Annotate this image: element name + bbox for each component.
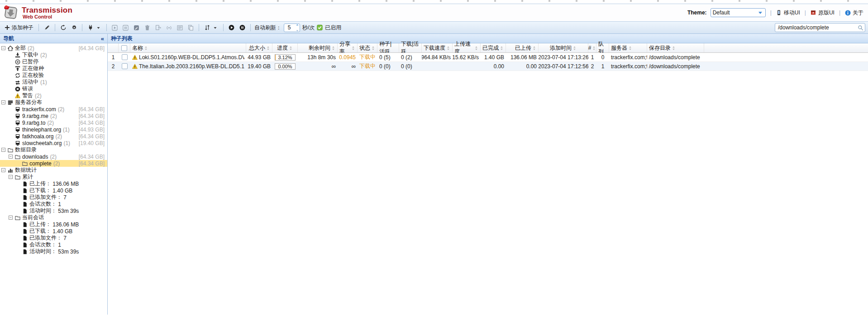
tree-item-9-rarbg-to[interactable]: 9.rarbg.to(2)[64.34 GB] xyxy=(0,119,107,126)
tree-item-all[interactable]: −全部(2)[64.34 GB] xyxy=(0,45,107,52)
column-label: 总大小 xyxy=(249,44,265,52)
expander-icon[interactable]: − xyxy=(1,100,5,104)
start-all-button[interactable] xyxy=(227,24,236,32)
expander-icon[interactable]: − xyxy=(9,175,13,179)
expander-icon[interactable]: − xyxy=(9,216,13,220)
row-checkbox[interactable] xyxy=(122,63,128,69)
detail-button[interactable] xyxy=(176,24,184,32)
add-torrent-button[interactable]: 添加种子 xyxy=(3,23,35,33)
quick-add-button[interactable] xyxy=(43,24,51,32)
tracker-icon xyxy=(14,113,20,119)
sort-arrows-icon xyxy=(351,46,355,50)
column-header-done[interactable]: 已完成 xyxy=(481,43,506,52)
select-all-checkbox[interactable] xyxy=(121,45,127,51)
recheck-button[interactable] xyxy=(154,24,162,32)
tracker-icon xyxy=(14,133,20,139)
edit-button[interactable] xyxy=(132,24,141,32)
torrent-row[interactable]: 1Loki.S01.2160p.WEB-DL.DDP5.1.Atmos.DV.x… xyxy=(108,53,868,62)
tree-item-current-session[interactable]: −当前会话 xyxy=(0,214,107,221)
column-header-dir[interactable]: 保存目录 xyxy=(647,43,704,52)
tree-item-warning[interactable]: 警告(2) xyxy=(0,92,107,99)
tree-item-stats[interactable]: −数据统计 xyxy=(0,167,107,174)
spin-up-icon[interactable] xyxy=(294,22,300,28)
tree-item-seeding[interactable]: 正在做种 xyxy=(0,65,107,72)
search-icon[interactable] xyxy=(858,25,863,31)
tree-item-cumulative[interactable]: −累计 xyxy=(0,174,107,180)
tree-item-cur-files-added[interactable]: 已添加文件： 7 xyxy=(0,235,107,241)
expander-icon[interactable]: − xyxy=(1,46,5,50)
tree-item-cum-downloaded[interactable]: 已下载： 1.40 GB xyxy=(0,187,107,194)
column-header-num xyxy=(108,43,119,52)
search-input[interactable] xyxy=(775,23,865,32)
tree-item-active[interactable]: 活动中(1) xyxy=(0,79,107,85)
tree-item-cur-active-time[interactable]: 活动时间： 53m 39s xyxy=(0,248,107,255)
tree-item-cur-downloaded[interactable]: 已下载： 1.40 GB xyxy=(0,228,107,235)
separator: | xyxy=(838,9,841,16)
refresh-interval-input[interactable]: 5 xyxy=(284,24,300,32)
column-header-ul_speed[interactable]: 上传速度 xyxy=(453,43,481,52)
column-header-progress[interactable]: 进度 xyxy=(272,43,298,52)
plugin-menu-button[interactable] xyxy=(86,24,103,32)
column-header-id[interactable]: # xyxy=(588,43,596,52)
column-header-size[interactable]: 总大小 xyxy=(246,43,272,52)
folder-icon xyxy=(14,154,20,160)
enabled-checkbox[interactable] xyxy=(317,25,323,31)
tree-item-cum-files-added[interactable]: 已添加文件： 7 xyxy=(0,194,107,201)
tree-item-thinelephant-org[interactable]: thinelephant.org(1)[44.93 GB] xyxy=(0,126,107,133)
expander-icon[interactable]: − xyxy=(1,148,5,152)
tree-item-cur-sessions[interactable]: 会话次数： 1 xyxy=(0,241,107,248)
sort-arrows-icon xyxy=(331,46,335,50)
tree-item-fatkhoala-org[interactable]: fatkhoala.org(2)[64.34 GB] xyxy=(0,133,107,140)
cell-ratio: ∞ xyxy=(338,62,358,71)
column-header-uploaded[interactable]: 已上传 xyxy=(506,43,539,52)
tree-item-downloads[interactable]: −downloads(2)[64.34 GB] xyxy=(0,153,107,160)
delete-button[interactable] xyxy=(143,24,152,32)
tree-item-paused[interactable]: 已暂停 xyxy=(0,58,107,65)
tree-item-servers[interactable]: −服务器分布 xyxy=(0,99,107,106)
sort-menu-button[interactable] xyxy=(203,24,219,32)
announce-button[interactable] xyxy=(165,24,173,32)
column-header-dl_speed[interactable]: 下载速度 xyxy=(422,43,453,52)
mobile-ui-button[interactable]: 移动UI xyxy=(776,9,800,17)
tree-item-cum-sessions[interactable]: 会话次数： 1 xyxy=(0,201,107,207)
collapse-sidebar-button[interactable]: « xyxy=(101,35,104,42)
tree-item-complete[interactable]: complete(2)[64.34 GB] xyxy=(0,160,107,167)
theme-select[interactable]: Default xyxy=(711,8,766,17)
tree-item-count: (2) xyxy=(40,52,47,58)
tree-item-cum-active-time[interactable]: 活动时间： 53m 39s xyxy=(0,207,107,214)
column-header-status[interactable]: 状态 xyxy=(358,43,377,52)
column-header-added[interactable]: 添加时间 xyxy=(539,43,588,52)
column-header-ratio[interactable]: 分享率 xyxy=(338,43,358,52)
tree-item-value: 53m 39s xyxy=(57,208,79,214)
start-button[interactable] xyxy=(110,24,119,32)
tree-item-data-dir[interactable]: −数据目录 xyxy=(0,146,107,153)
tree-item-cum-uploaded[interactable]: 已上传： 136.06 MB xyxy=(0,180,107,187)
settings-button[interactable] xyxy=(70,24,78,32)
column-header-eta[interactable]: 剩余时间 xyxy=(298,43,338,52)
reload-button[interactable] xyxy=(59,24,67,32)
about-button[interactable]: 关于 xyxy=(845,9,863,17)
tree-item-cur-uploaded[interactable]: 已上传： 136.06 MB xyxy=(0,221,107,228)
column-label: 名称 xyxy=(132,44,143,52)
tree-item-trackerfix-com[interactable]: trackerfix.com(2)[64.34 GB] xyxy=(0,106,107,113)
tree-item-error[interactable]: 错误 xyxy=(0,85,107,92)
tree-item-verifying[interactable]: 正在校验 xyxy=(0,72,107,79)
tree-item-slowcheetah-org[interactable]: slowcheetah.org(1)[19.40 GB] xyxy=(0,140,107,146)
original-ui-button[interactable]: 原版UI xyxy=(811,9,835,17)
column-header-server[interactable]: 服务器 xyxy=(609,43,647,52)
expander-icon[interactable]: − xyxy=(1,168,5,172)
column-header-name[interactable]: 名称 xyxy=(130,43,246,52)
column-header-peers: 下载|活跃 xyxy=(399,43,422,52)
tree-item-downloading[interactable]: 下载中(2) xyxy=(0,52,107,58)
cell-size: 19.40 GB xyxy=(246,62,272,71)
spin-down-icon[interactable] xyxy=(294,28,300,33)
tree-item-9-rarbg-me[interactable]: 9.rarbg.me(2)[64.34 GB] xyxy=(0,113,107,119)
grid-body: 1Loki.S01.2160p.WEB-DL.DDP5.1.Atmos.DV.x… xyxy=(108,53,868,71)
copy-button[interactable] xyxy=(186,24,195,32)
expander-icon[interactable]: − xyxy=(9,155,13,159)
sort-arrows-icon xyxy=(592,46,596,50)
torrent-row[interactable]: 2The.Italian.Job.2003.2160p.WEB-DL.DD5.1… xyxy=(108,62,868,71)
pause-all-button[interactable] xyxy=(238,24,247,32)
row-checkbox[interactable] xyxy=(122,54,128,60)
pause-button[interactable] xyxy=(121,24,130,32)
